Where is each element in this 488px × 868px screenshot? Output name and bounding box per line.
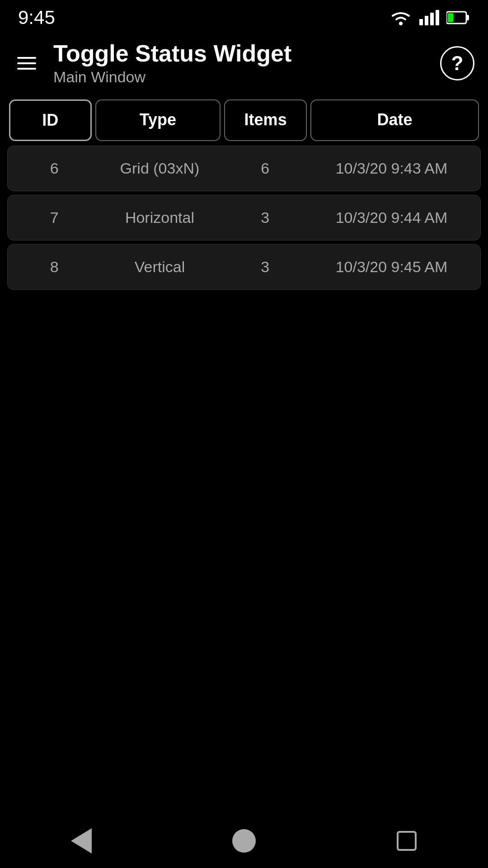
cell-items: 3 xyxy=(223,209,307,226)
nav-bar xyxy=(0,818,488,868)
app-subtitle: Main Window xyxy=(53,68,427,86)
cell-date: 10/3/20 9:45 AM xyxy=(307,258,476,276)
table-body: 6 Grid (03xN) 6 10/3/20 9:43 AM 7 Horizo… xyxy=(7,146,481,290)
recent-button[interactable] xyxy=(389,823,425,859)
menu-line-2 xyxy=(17,62,36,64)
svg-rect-3 xyxy=(430,13,434,25)
cell-date: 10/3/20 9:43 AM xyxy=(307,160,476,177)
menu-line-3 xyxy=(17,68,36,70)
status-icons xyxy=(389,9,470,26)
battery-icon xyxy=(446,11,470,24)
cell-id: 7 xyxy=(12,209,97,226)
status-bar: 9:45 xyxy=(0,0,488,32)
svg-rect-1 xyxy=(419,19,423,25)
col-header-items[interactable]: Items xyxy=(224,99,307,141)
back-icon xyxy=(71,828,92,854)
cell-type: Grid (03xN) xyxy=(97,160,223,177)
table-container: ID Type Items Date 6 Grid (03xN) 6 10/3/… xyxy=(7,99,481,290)
cell-id: 8 xyxy=(12,258,97,276)
col-header-id[interactable]: ID xyxy=(9,99,92,141)
status-time: 9:45 xyxy=(18,7,55,28)
back-button[interactable] xyxy=(63,823,99,859)
recent-icon xyxy=(397,831,417,851)
cell-id: 6 xyxy=(12,160,97,177)
app-title-group: Toggle Status Widget Main Window xyxy=(53,41,427,86)
svg-rect-6 xyxy=(466,15,469,20)
col-header-date[interactable]: Date xyxy=(310,99,479,141)
menu-line-1 xyxy=(17,57,36,59)
table-row[interactable]: 8 Vertical 3 10/3/20 9:45 AM xyxy=(7,244,481,290)
table-header: ID Type Items Date xyxy=(7,99,481,141)
cell-items: 6 xyxy=(223,160,307,177)
svg-rect-7 xyxy=(448,13,453,22)
cell-date: 10/3/20 9:44 AM xyxy=(307,209,476,226)
home-button[interactable] xyxy=(226,823,262,859)
app-bar: Toggle Status Widget Main Window ? xyxy=(0,32,488,95)
svg-rect-2 xyxy=(425,16,428,25)
menu-button[interactable] xyxy=(14,53,40,73)
svg-point-0 xyxy=(399,22,403,25)
app-title: Toggle Status Widget xyxy=(53,41,427,66)
cell-type: Horizontal xyxy=(97,209,223,226)
wifi-icon xyxy=(389,9,412,26)
cell-type: Vertical xyxy=(97,258,223,276)
home-icon xyxy=(232,829,256,853)
table-row[interactable]: 6 Grid (03xN) 6 10/3/20 9:43 AM xyxy=(7,146,481,191)
svg-rect-4 xyxy=(436,10,439,25)
help-button[interactable]: ? xyxy=(440,46,474,80)
signal-icon xyxy=(419,10,439,25)
cell-items: 3 xyxy=(223,258,307,276)
table-row[interactable]: 7 Horizontal 3 10/3/20 9:44 AM xyxy=(7,195,481,241)
col-header-type[interactable]: Type xyxy=(95,99,221,141)
help-icon: ? xyxy=(451,52,464,75)
